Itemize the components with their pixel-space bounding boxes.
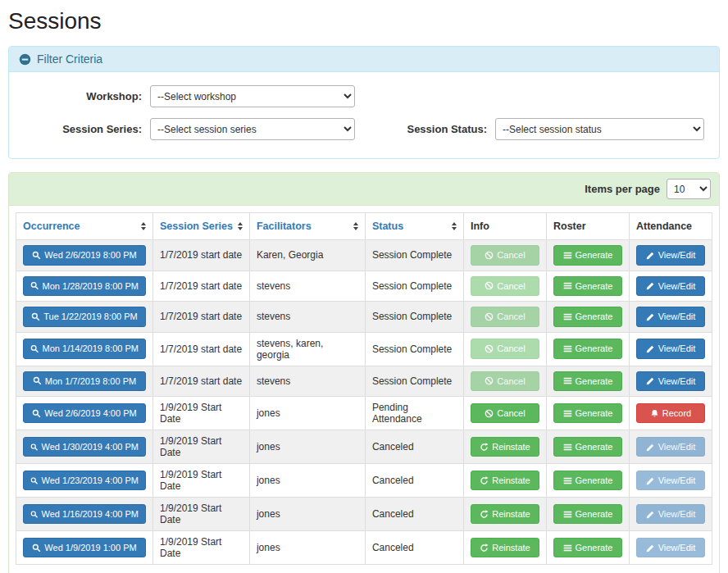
occurrence-button[interactable]: Wed 1/16/2019 4:00 PM — [23, 504, 146, 525]
column-header-session-series[interactable]: Session Series — [153, 213, 250, 240]
view-edit-button[interactable]: View/Edit — [636, 245, 705, 266]
reinstate-button[interactable]: Reinstate — [471, 471, 539, 491]
button-label: Cancel — [497, 310, 525, 324]
view-edit-button[interactable]: View/Edit — [636, 276, 705, 297]
occurrence-cell: Tue 1/22/2019 8:00 PM — [16, 302, 153, 333]
session-series-select[interactable]: --Select session series — [150, 118, 355, 140]
pencil-icon — [646, 476, 655, 485]
undo-icon — [480, 476, 489, 485]
undo-icon — [480, 510, 489, 519]
occurrence-button[interactable]: Wed 2/6/2019 8:00 PM — [23, 245, 146, 266]
view-edit-button[interactable]: View/Edit — [636, 339, 705, 359]
info-cell: Reinstate — [463, 498, 546, 531]
occurrence-button[interactable]: Mon 1/14/2019 8:00 PM — [23, 339, 146, 359]
table-row: Wed 1/30/2019 4:00 PM1/9/2019 Start Date… — [16, 430, 712, 464]
sort-arrows-icon[interactable] — [141, 222, 146, 230]
occurrence-button[interactable]: Wed 1/30/2019 4:00 PM — [23, 437, 146, 457]
cancel-button[interactable]: Cancel — [471, 307, 539, 327]
cancel-button[interactable]: Cancel — [471, 339, 539, 359]
cancel-button[interactable]: Cancel — [471, 276, 539, 297]
button-label: Generate — [576, 375, 613, 389]
button-label: Generate — [576, 407, 613, 421]
session-series-cell: 1/7/2019 start date — [153, 302, 250, 333]
pencil-icon — [646, 376, 655, 385]
button-label: Reinstate — [492, 440, 530, 454]
column-label: Occurrence — [23, 221, 80, 232]
generate-button[interactable]: Generate — [553, 504, 622, 525]
cancel-button[interactable]: Cancel — [471, 371, 539, 392]
session-status-select[interactable]: --Select session status — [495, 118, 704, 140]
roster-cell: Generate — [546, 397, 629, 430]
sort-arrows-icon[interactable] — [238, 222, 243, 230]
generate-button[interactable]: Generate — [553, 471, 622, 491]
occurrence-button[interactable]: Tue 1/22/2019 8:00 PM — [23, 307, 146, 327]
session-series-cell: 1/9/2019 Start Date — [153, 531, 250, 565]
pencil-icon — [646, 312, 655, 321]
occurrence-button[interactable]: Mon 1/28/2019 8:00 PM — [23, 276, 146, 297]
items-per-page-select[interactable]: 10 — [667, 179, 711, 199]
view-edit-button[interactable]: View/Edit — [636, 307, 705, 327]
button-label: Cancel — [497, 342, 525, 356]
undo-icon — [480, 443, 489, 452]
occurrence-cell: Wed 1/16/2019 4:00 PM — [16, 498, 153, 531]
facilitators-cell: stevens — [249, 302, 365, 333]
facilitators-cell: jones — [249, 430, 365, 464]
occurrence-button[interactable]: Wed 1/23/2019 4:00 PM — [23, 471, 146, 491]
column-header-facilitators[interactable]: Facilitators — [249, 213, 365, 240]
record-button[interactable]: Record — [636, 403, 705, 424]
generate-button[interactable]: Generate — [553, 339, 622, 359]
filter-panel-title: Filter Criteria — [37, 52, 102, 66]
generate-button[interactable]: Generate — [553, 245, 622, 266]
page: Sessions Filter Criteria Workshop: --Sel… — [0, 0, 728, 573]
reinstate-button[interactable]: Reinstate — [471, 504, 539, 525]
button-label: Reinstate — [492, 507, 530, 521]
session-series-cell: 1/7/2019 start date — [153, 366, 250, 397]
column-header-occurrence[interactable]: Occurrence — [16, 213, 153, 240]
search-icon — [33, 376, 42, 385]
minus-circle-icon[interactable] — [19, 53, 31, 66]
table-footer: 12345» 1356 Record(s) — [16, 565, 712, 573]
generate-button[interactable]: Generate — [553, 437, 622, 457]
column-label: Attendance — [636, 221, 692, 232]
view-edit-button[interactable]: View/Edit — [636, 371, 705, 392]
generate-button[interactable]: Generate — [553, 538, 622, 558]
occurrence-button[interactable]: Mon 1/7/2019 8:00 PM — [23, 371, 146, 392]
status-cell: Session Complete — [365, 302, 463, 333]
roster-cell: Generate — [546, 302, 629, 333]
occurrence-cell: Wed 1/30/2019 4:00 PM — [16, 430, 153, 464]
list-icon — [563, 281, 572, 290]
view-edit-button[interactable]: View/Edit — [636, 437, 705, 457]
occurrence-button[interactable]: Wed 1/9/2019 1:00 PM — [23, 538, 146, 558]
attendance-cell: View/Edit — [630, 271, 712, 302]
view-edit-button[interactable]: View/Edit — [636, 504, 705, 525]
sort-arrows-icon[interactable] — [353, 222, 358, 230]
sort-arrows-icon[interactable] — [452, 222, 457, 230]
reinstate-button[interactable]: Reinstate — [471, 538, 539, 558]
button-label: Record — [662, 407, 691, 421]
occurrence-button[interactable]: Wed 2/6/2019 4:00 PM — [23, 403, 146, 424]
generate-button[interactable]: Generate — [553, 276, 622, 297]
table-row: Wed 2/6/2019 4:00 PM1/9/2019 Start Datej… — [16, 397, 712, 430]
attendance-cell: View/Edit — [630, 302, 712, 333]
reinstate-button[interactable]: Reinstate — [471, 437, 539, 457]
button-label: Wed 2/6/2019 8:00 PM — [44, 248, 136, 262]
generate-button[interactable]: Generate — [553, 371, 622, 392]
ban-icon — [485, 251, 494, 260]
facilitators-cell: stevens — [249, 366, 365, 397]
list-icon — [563, 443, 572, 452]
cancel-button[interactable]: Cancel — [471, 403, 539, 424]
button-label: Generate — [576, 310, 613, 324]
workshop-filter-group: Workshop: --Select workshop — [20, 85, 355, 107]
workshop-select[interactable]: --Select workshop — [150, 85, 355, 107]
status-cell: Pending Attendance — [365, 397, 463, 430]
cancel-button[interactable]: Cancel — [471, 245, 539, 266]
filter-panel-heading[interactable]: Filter Criteria — [9, 47, 719, 72]
session-series-cell: 1/7/2019 start date — [153, 240, 250, 271]
roster-cell: Generate — [546, 366, 629, 397]
generate-button[interactable]: Generate — [553, 403, 622, 424]
column-header-status[interactable]: Status — [365, 213, 463, 240]
view-edit-button[interactable]: View/Edit — [636, 471, 705, 491]
generate-button[interactable]: Generate — [553, 307, 622, 327]
button-label: Cancel — [497, 280, 525, 293]
view-edit-button[interactable]: View/Edit — [636, 538, 705, 558]
